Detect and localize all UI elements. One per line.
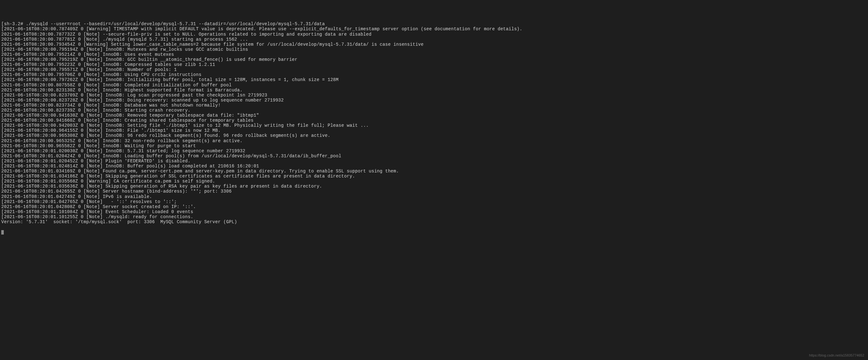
- terminal-line: 2021-06-16T08:20:00.793454Z 0 [Warning] …: [1, 42, 867, 47]
- terminal-line: [2021-06-16T08:20:00.795219Z 0 [Note] In…: [1, 57, 867, 62]
- terminal-line: [2021-06-16T08:20:00.942003Z 0 [Note] In…: [1, 123, 867, 128]
- terminal-line: 2021-06-16T08:20:00.787781Z 0 [Note] ./m…: [1, 37, 867, 42]
- terminal-output[interactable]: [sh-3.2# ./mysqld --user=root --basedir=…: [1, 22, 867, 224]
- terminal-line: 2021-06-16T08:20:00.823734Z 0 [Note] Inn…: [1, 103, 867, 108]
- terminal-line: [2021-06-16T08:20:00.964155Z 0 [Note] In…: [1, 128, 867, 133]
- terminal-cursor: [1, 230, 4, 235]
- terminal-line: [2021-06-16T08:20:01.101084Z 0 [Note] Ev…: [1, 209, 867, 214]
- terminal-line: [2021-06-16T08:20:00.797262Z 0 [Note] In…: [1, 77, 867, 82]
- terminal-line: [2021-06-16T08:20:00.795571Z 0 [Note] In…: [1, 67, 867, 72]
- terminal-line: [2021-06-16T08:20:01.024814Z 0 [Note] In…: [1, 163, 867, 169]
- terminal-line: [2021-06-16T08:20:00.823709Z 0 [Note] In…: [1, 93, 867, 98]
- terminal-line: [2021-06-16T08:20:00.965308Z 0 [Note] In…: [1, 133, 867, 138]
- watermark-text: https://blog.csdn.net/a15835774652: [809, 353, 864, 358]
- terminal-line: 2021-06-16T08:20:00.823130Z 0 [Note] Inn…: [1, 88, 867, 93]
- terminal-line: 2021-06-16T08:20:01.020424Z 0 [Note] Inn…: [1, 153, 867, 158]
- terminal-line: 2021-06-16T08:20:00.965582Z 0 [Note] Inn…: [1, 144, 867, 148]
- terminal-line: [2021-06-16T08:20:00.787409Z 0 [Warning]…: [1, 27, 867, 32]
- terminal-line: [2021-06-16T08:20:00.941630Z 0 [Note] In…: [1, 113, 867, 118]
- terminal-line: 2021-06-16T08:20:00.795223Z 0 [Note] Inn…: [1, 62, 867, 67]
- terminal-line: 2021-06-16T08:20:00.965325Z 0 [Note] Inn…: [1, 139, 867, 144]
- terminal-line: 2021-06-16T08:20:00.807558Z 0 [Note] Inn…: [1, 83, 867, 88]
- terminal-line: 2021-06-16T08:20:01.042655Z 0 [Note] Ser…: [1, 189, 867, 194]
- terminal-line: 2021-06-16T08:20:00.795706Z 0 [Note] Inn…: [1, 72, 867, 77]
- terminal-line: [2021-06-16T08:20:01.035568Z 0 [Warning]…: [1, 179, 867, 184]
- terminal-line: [2021-06-16T08:20:01.020030Z 0 [Note] In…: [1, 148, 867, 153]
- terminal-line: 2021-06-16T08:20:01.042808Z 0 [Note] Ser…: [1, 204, 867, 209]
- terminal-line: 2021-06-16T08:20:00.795214Z 0 [Note] Inn…: [1, 52, 867, 57]
- terminal-line: [2021-06-16T08:20:01.035636Z 0 [Note] Sk…: [1, 184, 867, 189]
- terminal-line: 2021-06-16T08:20:01.042749Z 0 [Note] IPv…: [1, 194, 867, 199]
- terminal-line: 2021-06-16T08:20:00.941660Z 0 [Note] Inn…: [1, 118, 867, 123]
- terminal-line: [2021-06-16T08:20:00.795194Z 0 [Note] In…: [1, 47, 867, 52]
- terminal-line: [2021-06-16T08:20:01.034186Z 0 [Note] Sk…: [1, 174, 867, 179]
- terminal-line: [2021-06-16T08:20:01.020452Z 0 [Note] Pl…: [1, 158, 867, 163]
- terminal-line: 2021-06-16T08:20:01.034169Z 0 [Note] Fou…: [1, 169, 867, 174]
- terminal-line: [2021-06-16T08:20:00.823728Z 0 [Note] In…: [1, 98, 867, 103]
- terminal-line: [2021-06-16T08:20:01.042765Z 0 [Note] - …: [1, 199, 867, 204]
- terminal-line: [sh-3.2# ./mysqld --user=root --basedir=…: [1, 22, 867, 27]
- terminal-line: 2021-06-16T08:20:00.787732Z 0 [Note] --s…: [1, 32, 867, 37]
- terminal-line: [2021-06-16T08:20:01.101255Z 0 [Note] ./…: [1, 214, 867, 219]
- terminal-line: Version: '5.7.31' socket: '/tmp/mysql.so…: [1, 219, 867, 224]
- terminal-line: 2021-06-16T08:20:00.823739Z 0 [Note] Inn…: [1, 108, 867, 113]
